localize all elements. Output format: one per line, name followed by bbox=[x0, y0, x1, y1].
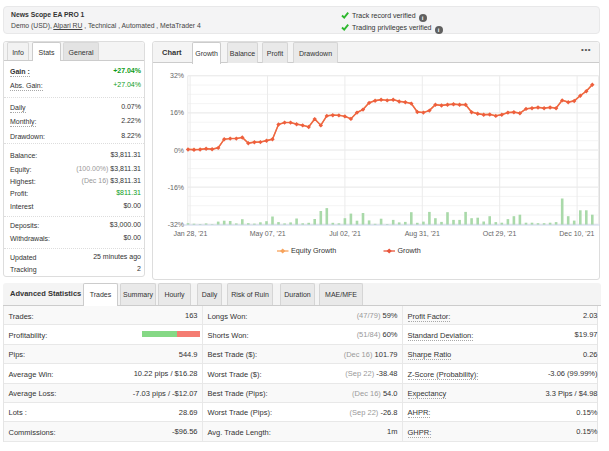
svg-text:Oct 29, '21: Oct 29, '21 bbox=[483, 230, 517, 237]
svg-text:May 07, '21: May 07, '21 bbox=[250, 230, 286, 238]
svg-text:Jul 02, '21: Jul 02, '21 bbox=[329, 230, 361, 237]
svg-text:-32%: -32% bbox=[168, 221, 184, 228]
svg-text:Jan 28, '21: Jan 28, '21 bbox=[173, 230, 207, 237]
svg-text:Aug 31, '21: Aug 31, '21 bbox=[405, 230, 440, 238]
svg-text:Growth: Growth bbox=[398, 246, 421, 255]
svg-text:0%: 0% bbox=[174, 147, 184, 154]
svg-text:16%: 16% bbox=[170, 109, 184, 116]
svg-text:-16%: -16% bbox=[168, 184, 184, 191]
svg-text:Dec 10, '21: Dec 10, '21 bbox=[559, 230, 594, 237]
svg-text:Equity Growth: Equity Growth bbox=[291, 246, 336, 255]
svg-text:32%: 32% bbox=[170, 72, 184, 79]
